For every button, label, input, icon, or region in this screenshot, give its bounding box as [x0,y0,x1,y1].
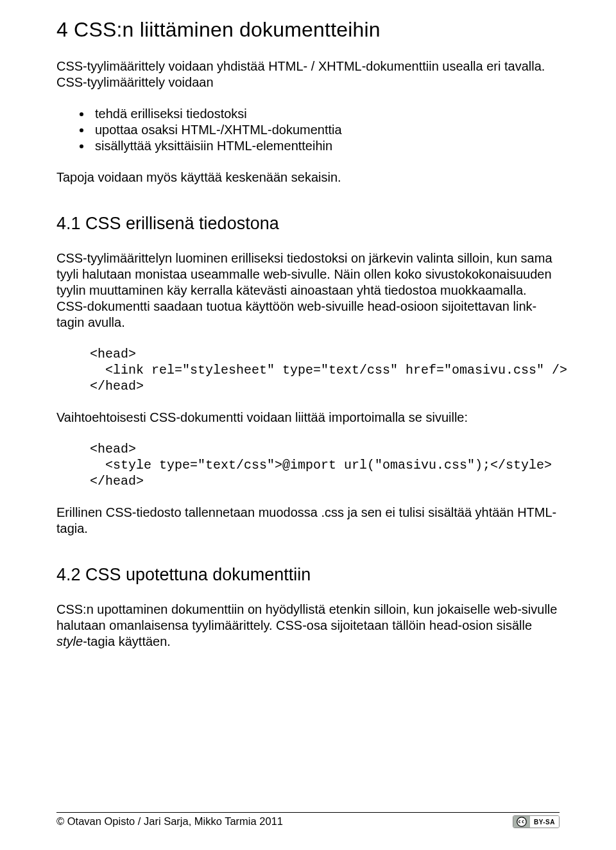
page-footer: © Otavan Opisto / Jari Sarja, Mikko Tarm… [56,812,560,828]
list-item: tehdä erilliseksi tiedostoksi [56,106,560,122]
list-item: sisällyttää yksittäisiin HTML-elementtei… [56,138,560,154]
heading-4-2: 4.2 CSS upotettuna dokumenttiin [56,565,560,585]
heading-4-1: 4.1 CSS erillisenä tiedostona [56,214,560,234]
style-keyword: style [56,634,83,648]
code-block-link: <head> <link rel="stylesheet" type="text… [90,346,560,394]
cc-license-text: BY-SA [530,816,559,828]
copyright-text: © Otavan Opisto / Jari Sarja, Mikko Tarm… [56,815,283,828]
code-block-import: <head> <style type="text/css">@import ur… [90,441,560,489]
intro-paragraph-2: Tapoja voidaan myös käyttää keskenään se… [56,169,560,186]
heading-4: 4 CSS:n liittäminen dokumentteihin [56,18,560,42]
cc-license-badge: BY-SA [513,815,560,828]
text-fragment: -tagia käyttäen. [83,634,171,648]
list-item: upottaa osaksi HTML-/XHTML-dokumenttia [56,122,560,138]
intro-paragraph-1: CSS-tyylimäärittely voidaan yhdistää HTM… [56,58,560,91]
cc-icon [513,816,530,828]
section-4-1-paragraph-2: Vaihtoehtoisesti CSS-dokumentti voidaan … [56,410,560,426]
section-4-2-paragraph-1: CSS:n upottaminen dokumenttiin on hyödyl… [56,602,560,650]
svg-point-0 [517,817,527,827]
section-4-1-paragraph-3: Erillinen CSS-tiedosto tallennetaan muod… [56,505,560,537]
document-page: 4 CSS:n liittäminen dokumentteihin CSS-t… [0,0,616,850]
text-fragment: CSS:n upottaminen dokumenttiin on hyödyl… [56,602,557,632]
capabilities-list: tehdä erilliseksi tiedostoksi upottaa os… [56,106,560,154]
section-4-1-paragraph-1: CSS-tyylimäärittelyn luominen erilliseks… [56,250,560,331]
